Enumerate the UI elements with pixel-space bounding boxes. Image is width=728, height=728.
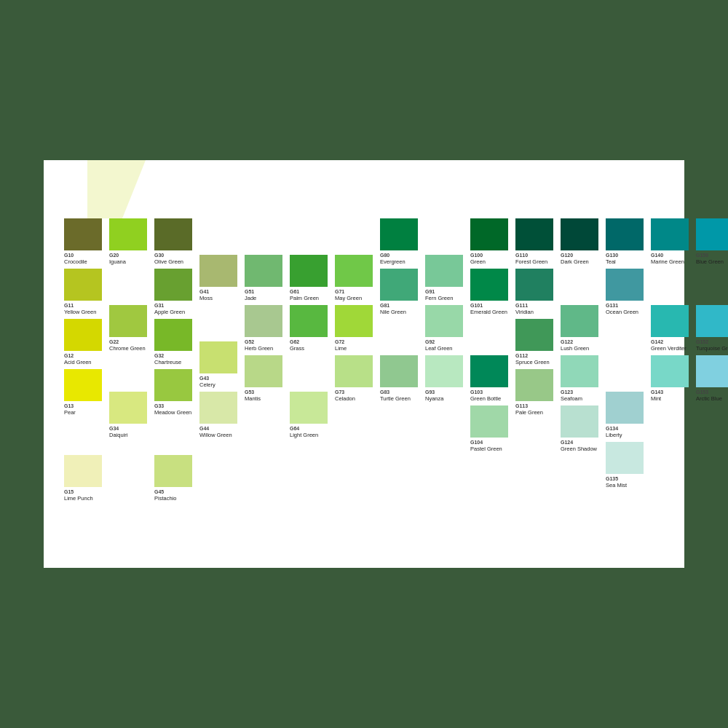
swatch-cell [290, 218, 332, 252]
color-swatch-g11 [64, 269, 102, 301]
swatch-cell: G83Turtle Green [380, 355, 422, 403]
swatch-label: G135Sea Mist [606, 475, 627, 489]
swatch-code: G53 [245, 389, 261, 395]
swatch-cell [199, 305, 242, 339]
swatch-label: G120Dark Green [561, 252, 589, 266]
swatch-name: Iguana [109, 258, 126, 266]
swatch-cell: G80Evergreen [380, 218, 422, 266]
swatch-code: G113 [515, 403, 543, 409]
swatch-label: G33Meadow Green [154, 403, 191, 416]
swatch-code: G13 [64, 403, 76, 409]
swatch-label: G10Crocodile [64, 252, 87, 266]
swatch-label: G153Arctic Blue [696, 389, 722, 403]
swatch-cell: G45Pistachio [154, 455, 197, 502]
swatch-label: G11Yellow Green [64, 302, 96, 316]
swatch-label: G32Chartreuse [154, 352, 181, 366]
swatch-cell: G11Yellow Green [64, 269, 106, 316]
swatch-label: G111Viridian [515, 302, 534, 316]
color-swatch-g72 [335, 305, 373, 337]
swatch-cell: G41Moss [199, 255, 242, 302]
color-swatch-g143 [651, 355, 689, 387]
swatch-name: Lush Green [561, 345, 589, 352]
swatch-code: G22 [109, 339, 146, 345]
swatch-name: Green Verditer [651, 345, 687, 352]
swatch-cell: G142Green Verditer [651, 305, 693, 352]
swatch-code: G30 [154, 252, 183, 258]
swatch-cell: G153Arctic Blue [696, 355, 728, 403]
color-swatch-g83 [380, 355, 418, 387]
swatch-code: G44 [199, 425, 232, 432]
swatch-name: Acid Green [64, 359, 92, 366]
swatch-code: G124 [561, 439, 597, 446]
swatch-code: G61 [290, 288, 319, 295]
swatch-label: G80Evergreen [380, 252, 405, 266]
color-swatch-g43 [199, 341, 237, 373]
color-swatch-g113 [515, 369, 553, 401]
color-swatch-g61 [290, 255, 328, 287]
empty-swatch-slot [109, 269, 147, 302]
swatch-cell: G34Daiquiri [109, 392, 151, 439]
swatch-cell [380, 405, 422, 439]
swatch-cell: G22Chrome Green [109, 305, 151, 352]
swatch-name: Blue Green [696, 258, 724, 266]
color-swatch-g32 [154, 319, 192, 351]
swatch-name: May Green [335, 295, 362, 302]
swatch-name: Olive Green [154, 258, 183, 266]
color-column-col2: G20IguanaG22Chrome GreenG34Daiquiri [109, 218, 151, 477]
swatch-name: Celadon [335, 395, 355, 403]
empty-swatch-slot [380, 405, 418, 439]
swatch-code: G12 [64, 352, 92, 359]
color-swatch-g100 [470, 218, 508, 250]
empty-swatch-slot [606, 355, 644, 389]
empty-swatch-slot [515, 419, 553, 452]
swatch-code: G43 [199, 375, 215, 381]
swatch-label: G152Turquoise Green [696, 339, 728, 352]
swatch-cell: G33Meadow Green [154, 369, 197, 416]
color-swatch-g104 [470, 405, 508, 438]
empty-swatch-slot [290, 218, 328, 252]
swatch-label: G52Herb Green [245, 339, 273, 352]
color-column-col12: G120Dark GreenG122Lush GreenG123SeafoamG… [561, 218, 603, 490]
swatch-code: G134 [606, 425, 622, 432]
swatch-code: G122 [561, 339, 589, 345]
swatch-cell: G43Celery [199, 341, 242, 389]
swatch-code: G103 [470, 389, 501, 395]
swatch-code: G32 [154, 352, 181, 359]
swatch-cell: G124Green Shadow [561, 405, 603, 453]
swatch-label: G81Nile Green [380, 302, 406, 316]
swatch-label: G140Marine Green [651, 252, 684, 266]
swatch-name: Pale Green [515, 409, 543, 416]
empty-swatch-slot [290, 355, 328, 389]
swatch-name: Willow Green [199, 432, 232, 439]
swatch-name: Arctic Blue [696, 395, 722, 403]
empty-swatch-slot [425, 442, 463, 475]
color-swatch-g142 [651, 305, 689, 337]
color-swatch-g111 [515, 269, 553, 301]
swatch-cell [335, 442, 377, 475]
empty-swatch-slot [335, 405, 373, 439]
swatch-label: G103Green Bottle [470, 389, 501, 403]
color-swatch-g53 [245, 355, 282, 387]
swatch-label: G30Olive Green [154, 252, 183, 266]
color-swatch-g64 [290, 392, 328, 424]
swatch-label: G22Chrome Green [109, 339, 146, 352]
color-swatch-g152 [696, 305, 728, 337]
swatch-label: G61Palm Green [290, 288, 319, 302]
color-swatch-g13 [64, 369, 102, 401]
swatch-code: G80 [380, 252, 405, 258]
swatch-cell: G64Light Green [290, 392, 332, 439]
swatch-cell [109, 355, 151, 389]
swatch-cell [199, 442, 242, 475]
swatch-cell [561, 455, 603, 488]
swatch-cell [380, 319, 422, 352]
swatch-cell [245, 442, 287, 475]
swatch-cell: G103Green Bottle [470, 355, 513, 403]
swatch-code: G100 [470, 252, 486, 258]
swatch-name: Jade [245, 295, 256, 302]
color-chart-card: G10CrocodileG11Yellow GreenG12Acid Green… [44, 160, 684, 568]
swatch-name: Chartreuse [154, 359, 181, 366]
swatch-cell [290, 442, 332, 475]
swatch-cell: G120Dark Green [561, 218, 603, 266]
empty-swatch-slot [696, 405, 728, 439]
swatch-code: G101 [470, 302, 507, 309]
